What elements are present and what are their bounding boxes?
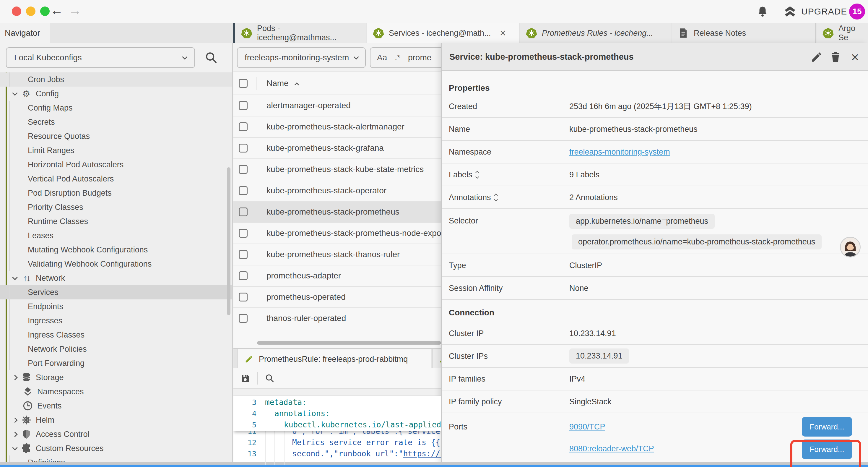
table-row[interactable]: thanos-ruler-operated <box>234 308 441 329</box>
save-icon[interactable] <box>240 373 251 384</box>
match-case-toggle[interactable]: Aa <box>377 53 387 62</box>
table-row[interactable]: alertmanager-operated <box>234 95 441 116</box>
edit-pencil-icon[interactable] <box>810 51 823 63</box>
notifications-bell-icon[interactable] <box>756 5 769 18</box>
sidebar-item-vertical-pod-autoscalers[interactable]: Vertical Pod Autoscalers <box>0 172 233 186</box>
expand-collapse-icon[interactable] <box>476 171 478 178</box>
yaml-editor[interactable]: 11 0","for":"1m","labels":{"service":" 3… <box>234 396 441 465</box>
sidebar-item-resource-quotas[interactable]: Resource Quotas <box>0 129 233 143</box>
delete-trash-icon[interactable] <box>829 51 842 63</box>
tab-release-notes[interactable]: Release Notes <box>672 23 816 43</box>
row-checkbox[interactable] <box>239 271 248 280</box>
name-column-header[interactable]: Name <box>267 79 289 88</box>
bottom-accent-bar <box>0 465 868 467</box>
sidebar-scrollbar[interactable] <box>227 167 230 315</box>
row-checkbox[interactable] <box>239 229 248 238</box>
sidebar-item-namespaces[interactable]: Namespaces <box>0 384 233 399</box>
namespace-select[interactable]: freeleaps-monitoring-system <box>237 47 366 68</box>
row-checkbox[interactable] <box>239 293 248 301</box>
forward-arrow-icon[interactable]: → <box>68 3 82 18</box>
sidebar-item-helm[interactable]: Helm <box>0 413 233 427</box>
upgrade-label[interactable]: UPGRADE <box>801 6 847 17</box>
user-avatar[interactable] <box>840 237 861 258</box>
row-checkbox[interactable] <box>239 144 248 152</box>
upgrade-icon[interactable] <box>783 5 797 18</box>
close-tab-icon[interactable]: × <box>500 28 506 38</box>
port-link-8080[interactable]: 8080:reloader-web/TCP <box>569 444 654 454</box>
tab-prometheus-rules[interactable]: Prometheus Rules - icecheng... <box>520 23 671 43</box>
tab-services[interactable]: Services - icecheng@math... × <box>367 23 519 43</box>
horizontal-scrollbar[interactable] <box>234 341 441 345</box>
sidebar-item-ingress-classes[interactable]: Ingress Classes <box>0 328 233 342</box>
sidebar-item-ingresses[interactable]: Ingresses <box>0 314 233 328</box>
macos-zoom-button[interactable] <box>40 6 50 16</box>
table-row[interactable]: kube-prometheus-stack-operator <box>234 180 441 202</box>
forward-button-9090[interactable]: Forward... <box>802 417 852 437</box>
sidebar-item-priority-classes[interactable]: Priority Classes <box>0 200 233 214</box>
sidebar-item-custom-resources[interactable]: Custom Resources <box>0 441 233 456</box>
sidebar-item-mutating-webhook-configurations[interactable]: Mutating Webhook Configurations <box>0 243 233 257</box>
row-checkbox[interactable] <box>239 314 248 323</box>
sidebar-item-endpoints[interactable]: Endpoints <box>0 299 233 314</box>
table-row[interactable]: prometheus-adapter <box>234 265 441 287</box>
close-drawer-icon[interactable]: × <box>849 51 861 63</box>
namespace-link[interactable]: freeleaps-monitoring-system <box>569 147 670 156</box>
sidebar-item-access-control[interactable]: Access Control <box>0 427 233 441</box>
table-row[interactable]: kube-prometheus-stack-alertmanager <box>234 116 441 138</box>
sidebar-item-services[interactable]: Services <box>0 285 233 299</box>
editor-tab-prometheusrule[interactable]: PrometheusRule: freeleaps-prod-rabbitmq <box>238 349 431 369</box>
sidebar-item-config-maps[interactable]: Config Maps <box>0 101 233 115</box>
select-all-checkbox[interactable] <box>239 79 248 88</box>
sidebar-item-config[interactable]: ⚙Config <box>0 87 233 101</box>
macos-minimize-button[interactable] <box>26 6 35 16</box>
table-row[interactable]: kube-prometheus-stack-grafana <box>234 138 441 159</box>
navigator-panel-tab[interactable]: Navigator <box>0 23 50 43</box>
property-row-cluster-ips: Cluster IPs 10.233.14.91 <box>442 345 868 368</box>
gear-icon: ⚙ <box>21 88 32 99</box>
sidebar-item-storage[interactable]: Storage <box>0 370 233 384</box>
row-checkbox[interactable] <box>239 250 248 259</box>
table-row[interactable]: prometheus-operated <box>234 287 441 308</box>
sidebar-item-pod-disruption-budgets[interactable]: Pod Disruption Budgets <box>0 186 233 200</box>
sidebar-item-network[interactable]: ↑↓Network <box>0 271 233 285</box>
runbook-url-link[interactable]: https://net <box>403 449 441 458</box>
editor-search-icon[interactable] <box>265 373 275 383</box>
clock-icon <box>23 401 33 411</box>
property-row-annotations: Annotations 2 Annotations <box>442 186 868 209</box>
sidebar-item-cron-jobs[interactable]: Cron Jobs <box>0 72 233 87</box>
macos-close-button[interactable] <box>12 6 21 16</box>
sidebar-item-leases[interactable]: Leases <box>0 229 233 243</box>
table-row[interactable]: kube-prometheus-stack-prometheus-node-ex… <box>234 223 441 244</box>
selector-chip: app.kubernetes.io/name=prometheus <box>569 214 715 229</box>
tab-pods[interactable]: Pods - icecheng@mathmas... <box>235 23 366 43</box>
tab-argo[interactable]: Argo Se <box>816 23 868 43</box>
document-icon <box>678 28 689 39</box>
editor-tab-next[interactable] <box>432 349 441 369</box>
row-checkbox[interactable] <box>239 101 248 110</box>
search-icon[interactable] <box>205 51 218 64</box>
sidebar-item-runtime-classes[interactable]: Runtime Classes <box>0 214 233 229</box>
expand-collapse-icon[interactable] <box>495 194 497 201</box>
sidebar-item-events[interactable]: Events <box>0 399 233 413</box>
titlebar: ← → UPGRADE 15 <box>0 0 868 23</box>
kubeconfig-select[interactable]: Local Kubeconfigs <box>6 47 195 68</box>
row-checkbox[interactable] <box>239 165 248 174</box>
table-row-selected[interactable]: kube-prometheus-stack-prometheus <box>234 202 441 223</box>
port-link-9090[interactable]: 9090/TCP <box>569 422 606 432</box>
sort-ascending-icon[interactable] <box>294 82 299 87</box>
sidebar-item-limit-ranges[interactable]: Limit Ranges <box>0 143 233 157</box>
back-arrow-icon[interactable]: ← <box>50 3 63 18</box>
row-checkbox[interactable] <box>239 207 248 216</box>
sidebar-item-network-policies[interactable]: Network Policies <box>0 342 233 356</box>
table-row[interactable]: kube-prometheus-stack-thanos-ruler <box>234 244 441 265</box>
table-search-input[interactable]: Aa .* prome <box>370 47 441 68</box>
sidebar-item-horizontal-pod-autoscalers[interactable]: Horizontal Pod Autoscalers <box>0 157 233 172</box>
sidebar-item-secrets[interactable]: Secrets <box>0 115 233 129</box>
regex-toggle[interactable]: .* <box>395 53 400 62</box>
sidebar-item-validating-webhook-configurations[interactable]: Validating Webhook Configurations <box>0 257 233 271</box>
notification-count-badge[interactable]: 15 <box>849 4 865 20</box>
row-checkbox[interactable] <box>239 186 248 195</box>
table-row[interactable]: kube-prometheus-stack-kube-state-metrics <box>234 159 441 180</box>
row-checkbox[interactable] <box>239 122 248 131</box>
sidebar-item-port-forwarding[interactable]: Port Forwarding <box>0 356 233 370</box>
